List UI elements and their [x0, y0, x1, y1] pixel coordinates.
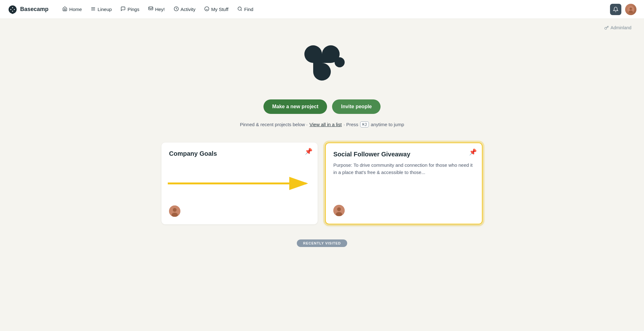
project-footer-2: [333, 205, 474, 216]
notifications-button[interactable]: [610, 4, 621, 15]
project-avatar: [169, 205, 180, 217]
nav-my-stuff[interactable]: My Stuff: [201, 4, 232, 14]
pin-icon-2: 📌: [469, 148, 477, 156]
key-icon: [604, 25, 609, 30]
project-avatar-2: [333, 205, 345, 216]
basecamp-logo-icon: [8, 4, 18, 14]
project-description: Purpose: To drive community and connecti…: [333, 162, 474, 176]
my-stuff-icon: [204, 6, 209, 13]
lineup-icon: [91, 6, 96, 13]
project-title: Company Goals: [169, 150, 310, 157]
find-icon: [237, 6, 242, 13]
bell-icon: [613, 7, 619, 12]
svg-point-26: [337, 207, 341, 211]
svg-point-11: [630, 7, 632, 10]
nav-links: Home Lineup Pings Hey! Activity: [59, 4, 610, 14]
svg-point-8: [238, 7, 241, 10]
subtitle: Pinned & recent projects below · View al…: [240, 121, 404, 127]
brand-logo-svg: [297, 38, 347, 88]
project-card-company-goals[interactable]: 📌 Company Goals: [161, 143, 318, 224]
main-nav: Basecamp Home Lineup Pings Hey!: [0, 0, 644, 19]
nav-activity[interactable]: Activity: [170, 4, 200, 14]
svg-rect-3: [149, 7, 153, 10]
svg-line-9: [241, 10, 242, 11]
keyboard-shortcut: ⌘J: [360, 121, 369, 127]
project-footer: [169, 205, 310, 217]
hey-icon: [148, 6, 153, 13]
recently-visited-section: RECENTLY VISITED: [149, 239, 495, 247]
logo-text: Basecamp: [20, 6, 48, 13]
new-project-button[interactable]: Make a new project: [263, 99, 327, 114]
nav-lineup[interactable]: Lineup: [87, 4, 116, 14]
view-all-link[interactable]: View all in a list: [309, 122, 342, 127]
svg-point-16: [335, 57, 345, 67]
nav-home[interactable]: Home: [59, 4, 86, 14]
projects-grid: 📌 Company Goals 📌 Social Follower Giveaw…: [149, 143, 495, 224]
pin-icon: 📌: [305, 148, 313, 155]
adminland-label: Adminland: [611, 25, 631, 30]
nav-right: [610, 4, 636, 15]
subtitle-prefix: Pinned & recent projects below ·: [240, 122, 308, 127]
subtitle-suffix: · Press: [344, 122, 359, 127]
subtitle-end: anytime to jump: [371, 122, 404, 127]
home-icon: [62, 6, 67, 13]
activity-icon: [174, 6, 179, 13]
logo[interactable]: Basecamp: [8, 4, 48, 14]
svg-rect-19: [322, 54, 331, 63]
cta-buttons: Make a new project Invite people: [263, 99, 381, 114]
recently-visited-badge: RECENTLY VISITED: [297, 239, 347, 247]
svg-point-5: [205, 7, 209, 11]
svg-rect-18: [313, 54, 322, 72]
nav-hey[interactable]: Hey!: [144, 4, 169, 14]
main-content: Make a new project Invite people Pinned …: [0, 19, 644, 247]
adminland-link[interactable]: Adminland: [604, 25, 631, 30]
project-card-social-giveaway[interactable]: 📌 Social Follower Giveaway Purpose: To d…: [325, 143, 483, 224]
user-avatar[interactable]: [625, 4, 636, 15]
invite-people-button[interactable]: Invite people: [332, 99, 381, 114]
brand-mark: [297, 38, 347, 89]
nav-find[interactable]: Find: [234, 4, 257, 14]
pings-icon: [121, 6, 126, 13]
svg-point-23: [173, 208, 177, 212]
project-title-2: Social Follower Giveaway: [333, 151, 474, 158]
avatar-image: [627, 6, 634, 13]
nav-pings[interactable]: Pings: [117, 4, 143, 14]
